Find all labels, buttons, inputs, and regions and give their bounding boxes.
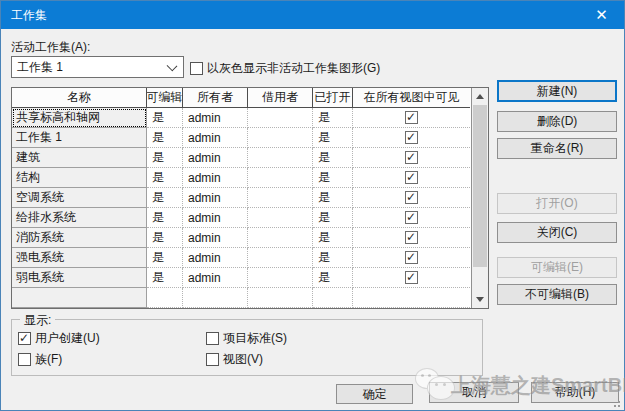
row-name-cell[interactable]: 消防系统: [12, 228, 147, 248]
row-borrowers-cell[interactable]: [248, 148, 313, 168]
row-editable-cell[interactable]: [147, 288, 183, 308]
row-name-cell[interactable]: 共享标高和轴网: [12, 108, 147, 128]
non-editable-button[interactable]: 不可编辑(B): [497, 284, 617, 305]
row-editable-cell[interactable]: 是: [147, 228, 183, 248]
row-borrowers-cell[interactable]: [248, 208, 313, 228]
user-created-checkbox[interactable]: [18, 332, 31, 345]
row-borrowers-cell[interactable]: [248, 248, 313, 268]
row-visible-cell[interactable]: [353, 108, 470, 128]
row-opened-cell[interactable]: 是: [313, 208, 353, 228]
row-owner-cell[interactable]: admin: [183, 168, 248, 188]
scroll-up-icon[interactable]: [472, 88, 488, 105]
row-name-cell[interactable]: 强电系统: [12, 248, 147, 268]
row-editable-cell[interactable]: 是: [147, 108, 183, 128]
row-editable-cell[interactable]: 是: [147, 128, 183, 148]
table-row[interactable]: 建筑 是 admin 是: [12, 148, 471, 168]
row-opened-cell[interactable]: 是: [313, 248, 353, 268]
row-visible-cell[interactable]: [353, 268, 470, 288]
row-name-cell[interactable]: 空调系统: [12, 188, 147, 208]
row-owner-cell[interactable]: admin: [183, 248, 248, 268]
row-opened-cell[interactable]: 是: [313, 168, 353, 188]
row-visible-cell[interactable]: [353, 248, 470, 268]
views-checkbox-row[interactable]: 视图(V): [206, 351, 263, 368]
row-visible-cell[interactable]: [353, 228, 470, 248]
row-visible-cell[interactable]: [353, 128, 470, 148]
row-borrowers-cell[interactable]: [248, 108, 313, 128]
close-workset-button[interactable]: 关闭(C): [497, 222, 617, 243]
row-opened-cell[interactable]: 是: [313, 148, 353, 168]
active-workset-select[interactable]: 工作集 1: [11, 56, 184, 78]
vertical-scrollbar[interactable]: [471, 88, 488, 308]
table-row-empty[interactable]: [12, 288, 471, 308]
visible-checkbox[interactable]: [405, 231, 418, 244]
ok-button[interactable]: 确定: [336, 384, 413, 404]
row-visible-cell[interactable]: [353, 148, 470, 168]
cancel-button[interactable]: 取消: [429, 382, 519, 403]
row-visible-cell[interactable]: [353, 208, 470, 228]
row-visible-cell[interactable]: [353, 168, 470, 188]
row-visible-cell[interactable]: [353, 188, 470, 208]
row-borrowers-cell[interactable]: [248, 288, 313, 308]
row-editable-cell[interactable]: 是: [147, 268, 183, 288]
row-opened-cell[interactable]: 是: [313, 268, 353, 288]
row-borrowers-cell[interactable]: [248, 128, 313, 148]
row-borrowers-cell[interactable]: [248, 188, 313, 208]
gray-inactive-checkbox[interactable]: [190, 62, 203, 75]
help-button[interactable]: 帮助(H): [531, 382, 619, 403]
row-name-cell[interactable]: 弱电系统: [12, 268, 147, 288]
row-opened-cell[interactable]: 是: [313, 228, 353, 248]
families-checkbox[interactable]: [18, 353, 31, 366]
row-owner-cell[interactable]: admin: [183, 208, 248, 228]
new-button[interactable]: 新建(N): [497, 80, 617, 102]
row-name-cell[interactable]: 工作集 1: [12, 128, 147, 148]
visible-checkbox[interactable]: [405, 191, 418, 204]
row-owner-cell[interactable]: admin: [183, 108, 248, 128]
rename-button[interactable]: 重命名(R): [497, 138, 617, 159]
row-borrowers-cell[interactable]: [248, 268, 313, 288]
row-owner-cell[interactable]: admin: [183, 188, 248, 208]
row-borrowers-cell[interactable]: [248, 228, 313, 248]
row-editable-cell[interactable]: 是: [147, 248, 183, 268]
row-owner-cell[interactable]: admin: [183, 128, 248, 148]
row-owner-cell[interactable]: [183, 288, 248, 308]
row-name-cell[interactable]: 结构: [12, 168, 147, 188]
row-owner-cell[interactable]: admin: [183, 148, 248, 168]
families-checkbox-row[interactable]: 族(F): [18, 351, 62, 368]
row-editable-cell[interactable]: 是: [147, 168, 183, 188]
table-row[interactable]: 工作集 1 是 admin 是: [12, 128, 471, 148]
table-row[interactable]: 消防系统 是 admin 是: [12, 228, 471, 248]
visible-checkbox[interactable]: [405, 271, 418, 284]
visible-checkbox[interactable]: [405, 111, 418, 124]
row-editable-cell[interactable]: 是: [147, 208, 183, 228]
close-button[interactable]: ✕: [579, 1, 624, 29]
row-editable-cell[interactable]: 是: [147, 148, 183, 168]
row-name-cell[interactable]: 给排水系统: [12, 208, 147, 228]
table-row[interactable]: 给排水系统 是 admin 是: [12, 208, 471, 228]
row-name-cell[interactable]: 建筑: [12, 148, 147, 168]
gray-inactive-checkbox-row[interactable]: 以灰色显示非活动工作集图形(G): [190, 60, 380, 77]
user-created-checkbox-row[interactable]: 用户创建(U): [18, 330, 100, 347]
delete-button[interactable]: 删除(D): [497, 111, 617, 132]
row-visible-cell[interactable]: [353, 288, 470, 308]
scrollbar-thumb[interactable]: [473, 105, 487, 267]
resize-grip-icon[interactable]: [610, 397, 620, 407]
row-borrowers-cell[interactable]: [248, 168, 313, 188]
table-row[interactable]: 结构 是 admin 是: [12, 168, 471, 188]
row-owner-cell[interactable]: admin: [183, 228, 248, 248]
project-standards-checkbox[interactable]: [206, 332, 219, 345]
row-opened-cell[interactable]: [313, 288, 353, 308]
row-editable-cell[interactable]: 是: [147, 188, 183, 208]
visible-checkbox[interactable]: [405, 171, 418, 184]
row-opened-cell[interactable]: 是: [313, 188, 353, 208]
row-opened-cell[interactable]: 是: [313, 108, 353, 128]
views-checkbox[interactable]: [206, 353, 219, 366]
scroll-down-icon[interactable]: [472, 291, 488, 308]
table-row[interactable]: 弱电系统 是 admin 是: [12, 268, 471, 288]
row-name-cell[interactable]: [12, 288, 147, 308]
table-row[interactable]: 共享标高和轴网 是 admin 是: [12, 108, 471, 128]
visible-checkbox[interactable]: [405, 211, 418, 224]
project-standards-checkbox-row[interactable]: 项目标准(S): [206, 330, 287, 347]
visible-checkbox[interactable]: [405, 251, 418, 264]
visible-checkbox[interactable]: [405, 151, 418, 164]
table-row[interactable]: 空调系统 是 admin 是: [12, 188, 471, 208]
